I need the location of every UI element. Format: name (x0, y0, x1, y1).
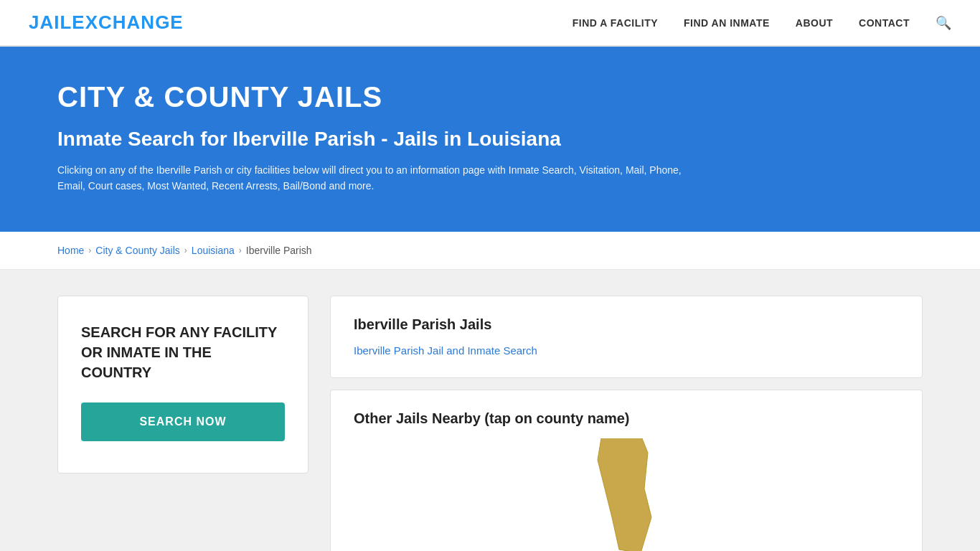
parish-card-title: Iberville Parish Jails (354, 316, 899, 333)
map-shape-container (354, 438, 899, 551)
header: JAILEXCHANGE FIND A FACILITY FIND AN INM… (0, 0, 980, 47)
search-box: SEARCH FOR ANY FACILITY OR INMATE IN THE… (57, 296, 308, 474)
logo-jail: JAIL (29, 11, 72, 33)
logo-exchange: EXCHANGE (72, 11, 183, 33)
nav-find-inmate[interactable]: FIND AN INMATE (684, 17, 770, 29)
logo[interactable]: JAILEXCHANGE (29, 11, 184, 34)
hero-banner: CITY & COUNTY JAILS Inmate Search for Ib… (0, 47, 980, 232)
breadcrumb-sep-1: › (88, 245, 91, 255)
breadcrumb-sep-2: › (184, 245, 187, 255)
breadcrumb-home[interactable]: Home (57, 245, 84, 256)
parish-map-shape (590, 438, 662, 551)
hero-subtitle: Inmate Search for Iberville Parish - Jai… (57, 128, 923, 151)
search-box-title: SEARCH FOR ANY FACILITY OR INMATE IN THE… (81, 322, 285, 382)
hero-title: CITY & COUNTY JAILS (57, 81, 923, 113)
breadcrumb-sep-3: › (239, 245, 242, 255)
parish-jail-link[interactable]: Iberville Parish Jail and Inmate Search (354, 344, 537, 357)
left-panel: SEARCH FOR ANY FACILITY OR INMATE IN THE… (57, 296, 308, 551)
parish-jails-card: Iberville Parish Jails Iberville Parish … (330, 296, 923, 378)
search-now-button[interactable]: SEARCH NOW (81, 402, 285, 441)
nav-find-facility[interactable]: FIND A FACILITY (573, 17, 658, 29)
right-panel: Iberville Parish Jails Iberville Parish … (330, 296, 923, 551)
hero-description: Clicking on any of the Iberville Parish … (57, 162, 703, 194)
nav-contact[interactable]: CONTACT (859, 17, 910, 29)
breadcrumb-city-county-jails[interactable]: City & County Jails (95, 245, 179, 256)
svg-marker-0 (598, 438, 651, 551)
breadcrumb-louisiana[interactable]: Louisiana (192, 245, 235, 256)
breadcrumb: Home › City & County Jails › Louisiana ›… (0, 232, 980, 270)
nearby-card-title: Other Jails Nearby (tap on county name) (354, 410, 899, 427)
nav-about[interactable]: ABOUT (796, 17, 833, 29)
main-content: SEARCH FOR ANY FACILITY OR INMATE IN THE… (0, 270, 980, 551)
main-nav: FIND A FACILITY FIND AN INMATE ABOUT CON… (573, 15, 951, 31)
nearby-jails-card: Other Jails Nearby (tap on county name) (330, 390, 923, 551)
search-icon[interactable]: 🔍 (936, 15, 951, 31)
breadcrumb-iberville-parish: Iberville Parish (246, 245, 312, 256)
